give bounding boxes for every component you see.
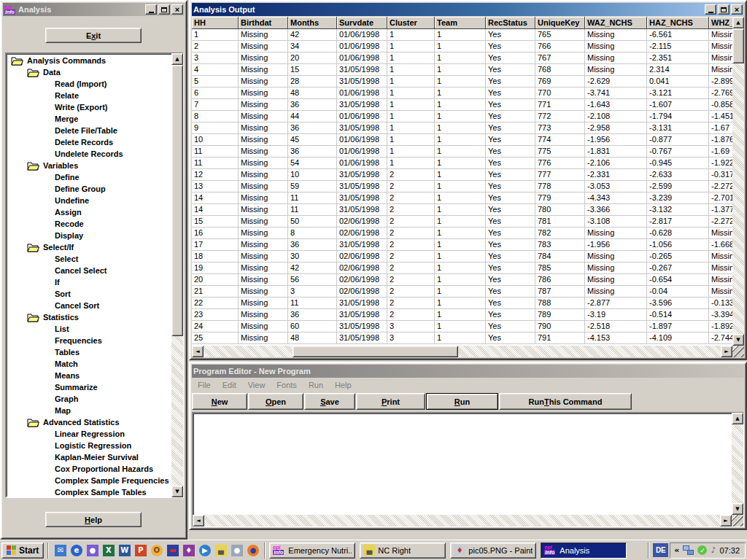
print-button[interactable]: Print bbox=[356, 393, 425, 410]
table-row[interactable]: 7Missing3631/05/199811Yes771-1.643-1.607… bbox=[192, 99, 732, 111]
table-row[interactable]: 21Missing302/06/199821Yes787Missing-0.04… bbox=[192, 286, 732, 298]
minimize-button[interactable] bbox=[705, 4, 716, 15]
tree-item-display[interactable]: Display bbox=[8, 230, 170, 241]
table-row[interactable]: 15Missing5002/06/199821Yes781-3.108-2.81… bbox=[192, 216, 732, 228]
tree-item-define-group[interactable]: Define Group bbox=[8, 183, 170, 195]
analysis-window-titlebar[interactable]: epiInfo Analysis × bbox=[3, 3, 185, 16]
start-button[interactable]: Start bbox=[1, 542, 44, 559]
scroll-thumb[interactable] bbox=[171, 65, 183, 336]
scroll-up-button[interactable]: ▲ bbox=[171, 53, 183, 65]
table-row[interactable]: 9Missing3631/05/199811Yes773-2.958-3.131… bbox=[192, 122, 732, 134]
program-text-area[interactable]: ▲ ▼ ◄ ► bbox=[192, 412, 744, 527]
maximize-button[interactable] bbox=[718, 4, 729, 15]
run-this-command-button[interactable]: Run This Command bbox=[499, 393, 632, 410]
tree-item-cancel-sort[interactable]: Cancel Sort bbox=[8, 300, 170, 311]
table-row[interactable]: 19Missing4202/06/199821Yes785Missing-0.2… bbox=[192, 262, 732, 274]
tree-item-map[interactable]: Map bbox=[8, 405, 170, 416]
app-icon[interactable]: ♦ bbox=[181, 542, 196, 558]
tree-item-summarize[interactable]: Summarize bbox=[8, 381, 170, 393]
network-icon[interactable] bbox=[683, 545, 694, 555]
save-button[interactable]: Save bbox=[304, 393, 355, 410]
task-button-nc-right[interactable]: ▄NC Right bbox=[360, 542, 446, 559]
scroll-right-button[interactable]: ► bbox=[720, 515, 732, 526]
floppy-icon[interactable]: ▬ bbox=[165, 542, 180, 558]
resize-grip[interactable] bbox=[732, 515, 743, 526]
tree-item-undefine[interactable]: Undefine bbox=[8, 195, 170, 206]
powerpoint-icon[interactable]: P bbox=[133, 542, 148, 558]
task-button-analysis[interactable]: epiInfoAnalysis bbox=[541, 542, 627, 559]
table-row[interactable]: 2Missing3401/06/199811Yes766Missing-2.11… bbox=[192, 41, 732, 52]
scroll-left-button[interactable]: ◄ bbox=[192, 346, 204, 357]
table-row[interactable]: 23Missing3631/05/199821Yes789-3.19-0.514… bbox=[192, 309, 732, 321]
help-button[interactable]: Help bbox=[45, 512, 142, 527]
excel-icon[interactable]: X bbox=[101, 542, 116, 558]
language-indicator[interactable]: DE bbox=[653, 543, 668, 557]
maximize-button[interactable] bbox=[158, 4, 170, 15]
tree-item-list[interactable]: List bbox=[8, 323, 170, 335]
tree-item-cox-proportional-hazards[interactable]: Cox Proportional Hazards bbox=[8, 463, 170, 475]
scroll-down-button[interactable]: ▼ bbox=[171, 486, 183, 497]
tree-item-cancel-select[interactable]: Cancel Select bbox=[8, 265, 170, 276]
tree-item-linear-regression[interactable]: Linear Regression bbox=[8, 428, 170, 440]
tree-item-frequencies[interactable]: Frequencies bbox=[8, 335, 170, 346]
scroll-up-button[interactable]: ▲ bbox=[732, 17, 744, 28]
close-button[interactable]: × bbox=[171, 4, 183, 15]
tree-item-assign[interactable]: Assign bbox=[8, 206, 170, 218]
table-row[interactable]: 11Missing5401/06/199811Yes776-2.106-0.94… bbox=[192, 158, 732, 169]
scroll-right-button[interactable]: ► bbox=[721, 346, 732, 357]
close-button[interactable]: × bbox=[731, 4, 743, 15]
hide-icons-chevron[interactable]: « bbox=[674, 545, 679, 555]
table-row[interactable]: 8Missing4401/06/199811Yes772-2.108-1.794… bbox=[192, 111, 732, 122]
tree-item-logistic-regression[interactable]: Logistic Regression bbox=[8, 440, 170, 451]
msn-icon[interactable]: ● bbox=[85, 542, 100, 558]
tree-item-define[interactable]: Define bbox=[8, 171, 170, 183]
scroll-down-button[interactable]: ▼ bbox=[732, 503, 743, 515]
scroll-thumb[interactable] bbox=[732, 28, 744, 63]
task-button-pic05-png-paint[interactable]: ♦pic05.PNG - Paint bbox=[450, 542, 536, 559]
typewriter-icon[interactable]: ▄ bbox=[213, 542, 228, 558]
tree-item-delete-records[interactable]: Delete Records bbox=[8, 136, 170, 148]
tree-item-statistics[interactable]: Statistics bbox=[8, 311, 170, 323]
tree-item-select[interactable]: Select bbox=[8, 253, 170, 265]
tree-item-match[interactable]: Match bbox=[8, 358, 170, 370]
tree-item-undelete-records[interactable]: Undelete Records bbox=[8, 148, 170, 160]
menu-edit[interactable]: Edit bbox=[217, 379, 242, 391]
exit-button[interactable]: Exit bbox=[45, 28, 142, 43]
editor-window-titlebar[interactable]: Program Editor - New Program bbox=[192, 365, 744, 378]
tree-item-data[interactable]: Data bbox=[8, 66, 170, 78]
menu-help[interactable]: Help bbox=[329, 379, 357, 391]
skype-icon[interactable]: ✓ bbox=[697, 545, 707, 555]
table-row[interactable]: 24Missing6031/05/199831Yes790-2.518-1.89… bbox=[192, 321, 732, 332]
tree-scrollbar[interactable]: ▲ ▼ bbox=[171, 53, 183, 497]
volume-icon[interactable]: ♪ bbox=[711, 545, 716, 555]
outlook-express-icon[interactable]: ✉ bbox=[53, 542, 68, 558]
tree-item-analysis-commands[interactable]: Analysis Commands bbox=[8, 55, 170, 66]
task-button-emergency-nutri[interactable]: epiInfoEmergency Nutri... bbox=[269, 542, 355, 559]
table-row[interactable]: 5Missing2831/05/199811Yes769-2.6290.041-… bbox=[192, 76, 732, 88]
tree-item-if[interactable]: If bbox=[8, 276, 170, 288]
mouse-icon[interactable]: ● bbox=[229, 542, 244, 558]
table-row[interactable]: 13Missing5931/05/199821Yes778-3.053-2.59… bbox=[192, 181, 732, 192]
table-row[interactable]: 20Missing5602/06/199821Yes786Missing-0.6… bbox=[192, 274, 732, 286]
tree-item-write-export[interactable]: Write (Export) bbox=[8, 101, 170, 113]
table-row[interactable]: 18Missing3002/06/199821Yes784Missing-0.2… bbox=[192, 251, 732, 262]
menu-file[interactable]: File bbox=[192, 379, 217, 391]
table-row[interactable]: 6Missing4801/06/199811Yes770-3.741-3.121… bbox=[192, 88, 732, 99]
table-row[interactable]: 12Missing1031/05/199821Yes777-2.331-2.63… bbox=[192, 169, 732, 181]
menu-fonts[interactable]: Fonts bbox=[271, 379, 303, 391]
scroll-left-button[interactable]: ◄ bbox=[193, 515, 204, 526]
output-window-titlebar[interactable]: Analysis Output × bbox=[192, 3, 744, 16]
tree-item-delete-file-table[interactable]: Delete File/Table bbox=[8, 125, 170, 136]
table-row[interactable]: 16Missing802/06/199821Yes782Missing-0.62… bbox=[192, 228, 732, 239]
table-row[interactable]: 17Missing3631/05/199821Yes783-1.956-1.05… bbox=[192, 239, 732, 251]
tree-item-variables[interactable]: Variables bbox=[8, 160, 170, 171]
menu-run[interactable]: Run bbox=[303, 379, 329, 391]
table-row[interactable]: 25Missing4831/05/199831Yes791-4.153-4.10… bbox=[192, 332, 732, 344]
tree-item-complex-sample-tables[interactable]: Complex Sample Tables bbox=[8, 486, 170, 497]
table-row[interactable]: 11Missing3601/06/199811Yes775-1.831-0.76… bbox=[192, 146, 732, 158]
table-row[interactable]: 14Missing1131/05/199821Yes779-4.343-3.23… bbox=[192, 192, 732, 204]
tree-item-kaplan-meier-survival[interactable]: Kaplan-Meier Survival bbox=[8, 451, 170, 463]
editor-vertical-scrollbar[interactable]: ▲ ▼ bbox=[732, 413, 743, 515]
menu-view[interactable]: View bbox=[242, 379, 271, 391]
tree-item-recode[interactable]: Recode bbox=[8, 218, 170, 230]
